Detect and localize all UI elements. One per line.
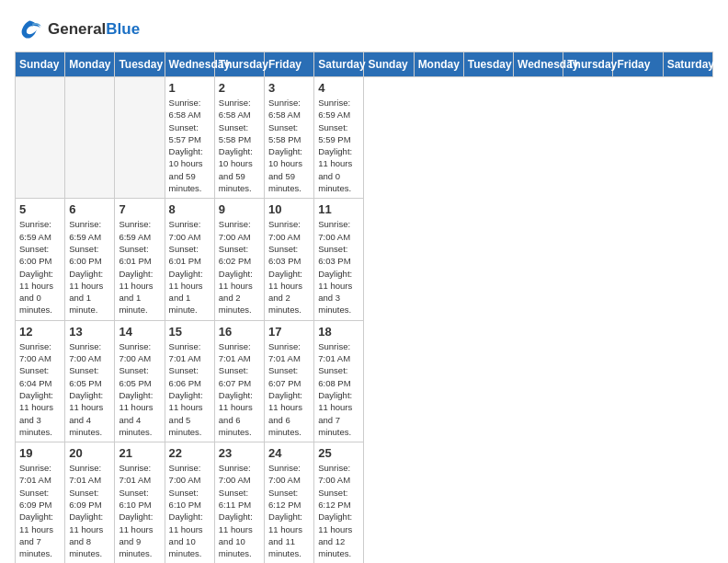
header-monday: Monday — [414, 52, 463, 77]
header-monday: Monday — [65, 52, 115, 77]
calendar-cell: 16Sunrise: 7:01 AM Sunset: 6:07 PM Dayli… — [214, 320, 264, 442]
day-info: Sunrise: 6:58 AM Sunset: 5:57 PM Dayligh… — [169, 97, 210, 194]
calendar-cell — [65, 77, 115, 199]
day-number: 3 — [268, 81, 310, 95]
day-info: Sunrise: 7:01 AM Sunset: 6:09 PM Dayligh… — [69, 462, 110, 559]
day-number: 23 — [219, 446, 260, 460]
day-info: Sunrise: 6:59 AM Sunset: 6:00 PM Dayligh… — [69, 218, 110, 316]
calendar-cell: 14Sunrise: 7:00 AM Sunset: 6:05 PM Dayli… — [115, 320, 165, 442]
day-info: Sunrise: 7:00 AM Sunset: 6:04 PM Dayligh… — [19, 340, 61, 438]
logo: GeneralBlue — [15, 15, 140, 44]
calendar-cell: 18Sunrise: 7:01 AM Sunset: 6:08 PM Dayli… — [314, 320, 364, 442]
day-number: 24 — [268, 446, 310, 460]
day-number: 10 — [268, 202, 310, 216]
calendar-week-1: 1Sunrise: 6:58 AM Sunset: 5:57 PM Daylig… — [16, 77, 713, 199]
calendar-cell: 13Sunrise: 7:00 AM Sunset: 6:05 PM Dayli… — [65, 320, 115, 442]
day-info: Sunrise: 7:01 AM Sunset: 6:10 PM Dayligh… — [119, 462, 160, 559]
header-sunday: Sunday — [16, 52, 65, 77]
day-info: Sunrise: 7:01 AM Sunset: 6:07 PM Dayligh… — [219, 340, 260, 438]
day-info: Sunrise: 7:00 AM Sunset: 6:03 PM Dayligh… — [318, 218, 359, 316]
header-thursday: Thursday — [214, 52, 264, 77]
calendar-cell — [115, 77, 165, 199]
day-number: 11 — [318, 202, 359, 216]
calendar-cell: 19Sunrise: 7:01 AM Sunset: 6:09 PM Dayli… — [16, 442, 65, 563]
calendar-cell: 9Sunrise: 7:00 AM Sunset: 6:02 PM Daylig… — [214, 199, 264, 320]
day-number: 20 — [69, 446, 110, 460]
day-number: 1 — [169, 81, 210, 95]
day-info: Sunrise: 7:00 AM Sunset: 6:03 PM Dayligh… — [268, 218, 310, 316]
logo-text: GeneralBlue — [48, 20, 140, 39]
header-saturday: Saturday — [663, 52, 712, 77]
day-number: 12 — [19, 325, 61, 339]
day-info: Sunrise: 6:59 AM Sunset: 6:01 PM Dayligh… — [119, 218, 160, 316]
day-info: Sunrise: 6:59 AM Sunset: 6:00 PM Dayligh… — [19, 218, 61, 316]
day-number: 15 — [169, 325, 210, 339]
calendar-week-2: 5Sunrise: 6:59 AM Sunset: 6:00 PM Daylig… — [16, 199, 713, 320]
day-info: Sunrise: 7:00 AM Sunset: 6:01 PM Dayligh… — [169, 218, 210, 316]
day-info: Sunrise: 7:00 AM Sunset: 6:11 PM Dayligh… — [219, 462, 260, 559]
header-tuesday: Tuesday — [115, 52, 165, 77]
calendar-week-4: 19Sunrise: 7:01 AM Sunset: 6:09 PM Dayli… — [16, 442, 713, 563]
day-number: 13 — [69, 325, 110, 339]
calendar-cell: 6Sunrise: 6:59 AM Sunset: 6:00 PM Daylig… — [65, 199, 115, 320]
calendar-week-3: 12Sunrise: 7:00 AM Sunset: 6:04 PM Dayli… — [16, 320, 713, 442]
day-number: 7 — [119, 202, 160, 216]
calendar-cell: 12Sunrise: 7:00 AM Sunset: 6:04 PM Dayli… — [16, 320, 65, 442]
day-info: Sunrise: 7:01 AM Sunset: 6:06 PM Dayligh… — [169, 340, 210, 438]
day-number: 2 — [219, 81, 260, 95]
calendar-cell — [16, 77, 65, 199]
calendar-cell: 21Sunrise: 7:01 AM Sunset: 6:10 PM Dayli… — [115, 442, 165, 563]
calendar-cell: 23Sunrise: 7:00 AM Sunset: 6:11 PM Dayli… — [214, 442, 264, 563]
calendar-cell: 11Sunrise: 7:00 AM Sunset: 6:03 PM Dayli… — [314, 199, 364, 320]
day-number: 4 — [318, 81, 359, 95]
header-tuesday: Tuesday — [463, 52, 513, 77]
calendar-cell: 2Sunrise: 6:58 AM Sunset: 5:58 PM Daylig… — [214, 77, 264, 199]
calendar-cell: 10Sunrise: 7:00 AM Sunset: 6:03 PM Dayli… — [265, 199, 314, 320]
logo-icon — [15, 15, 44, 44]
day-info: Sunrise: 7:01 AM Sunset: 6:08 PM Dayligh… — [318, 340, 359, 438]
calendar-cell: 15Sunrise: 7:01 AM Sunset: 6:06 PM Dayli… — [165, 320, 214, 442]
day-info: Sunrise: 7:00 AM Sunset: 6:12 PM Dayligh… — [318, 462, 359, 559]
header-sunday: Sunday — [364, 52, 414, 77]
day-info: Sunrise: 7:00 AM Sunset: 6:05 PM Dayligh… — [119, 340, 160, 438]
day-number: 22 — [169, 446, 210, 460]
calendar-cell: 1Sunrise: 6:58 AM Sunset: 5:57 PM Daylig… — [165, 77, 214, 199]
day-info: Sunrise: 7:00 AM Sunset: 6:05 PM Dayligh… — [69, 340, 110, 438]
page-header: GeneralBlue — [15, 15, 713, 44]
calendar-cell: 24Sunrise: 7:00 AM Sunset: 6:12 PM Dayli… — [265, 442, 314, 563]
calendar-cell: 20Sunrise: 7:01 AM Sunset: 6:09 PM Dayli… — [65, 442, 115, 563]
day-info: Sunrise: 7:00 AM Sunset: 6:10 PM Dayligh… — [169, 462, 210, 559]
calendar-cell: 25Sunrise: 7:00 AM Sunset: 6:12 PM Dayli… — [314, 442, 364, 563]
calendar-cell: 7Sunrise: 6:59 AM Sunset: 6:01 PM Daylig… — [115, 199, 165, 320]
day-number: 14 — [119, 325, 160, 339]
day-number: 8 — [169, 202, 210, 216]
day-number: 19 — [19, 446, 61, 460]
calendar-cell: 17Sunrise: 7:01 AM Sunset: 6:07 PM Dayli… — [265, 320, 314, 442]
day-number: 16 — [219, 325, 260, 339]
calendar-cell: 3Sunrise: 6:58 AM Sunset: 5:58 PM Daylig… — [265, 77, 314, 199]
day-number: 21 — [119, 446, 160, 460]
day-number: 17 — [268, 325, 310, 339]
day-info: Sunrise: 6:58 AM Sunset: 5:58 PM Dayligh… — [219, 97, 260, 194]
header-wednesday: Wednesday — [514, 52, 563, 77]
day-number: 18 — [318, 325, 359, 339]
day-number: 25 — [318, 446, 359, 460]
day-number: 5 — [19, 202, 61, 216]
calendar-cell: 22Sunrise: 7:00 AM Sunset: 6:10 PM Dayli… — [165, 442, 214, 563]
day-info: Sunrise: 7:01 AM Sunset: 6:09 PM Dayligh… — [19, 462, 61, 559]
day-info: Sunrise: 7:00 AM Sunset: 6:12 PM Dayligh… — [268, 462, 310, 559]
day-info: Sunrise: 7:00 AM Sunset: 6:02 PM Dayligh… — [219, 218, 260, 316]
calendar-cell: 8Sunrise: 7:00 AM Sunset: 6:01 PM Daylig… — [165, 199, 214, 320]
calendar-table: SundayMondayTuesdayWednesdayThursdayFrid… — [15, 52, 713, 563]
day-info: Sunrise: 6:59 AM Sunset: 5:59 PM Dayligh… — [318, 97, 359, 194]
day-info: Sunrise: 7:01 AM Sunset: 6:07 PM Dayligh… — [268, 340, 310, 438]
header-wednesday: Wednesday — [165, 52, 214, 77]
calendar-cell: 5Sunrise: 6:59 AM Sunset: 6:00 PM Daylig… — [16, 199, 65, 320]
header-thursday: Thursday — [563, 52, 613, 77]
header-saturday: Saturday — [314, 52, 364, 77]
day-number: 6 — [69, 202, 110, 216]
header-friday: Friday — [613, 52, 663, 77]
calendar-cell: 4Sunrise: 6:59 AM Sunset: 5:59 PM Daylig… — [314, 77, 364, 199]
day-number: 9 — [219, 202, 260, 216]
calendar-header-row: SundayMondayTuesdayWednesdayThursdayFrid… — [16, 52, 713, 77]
